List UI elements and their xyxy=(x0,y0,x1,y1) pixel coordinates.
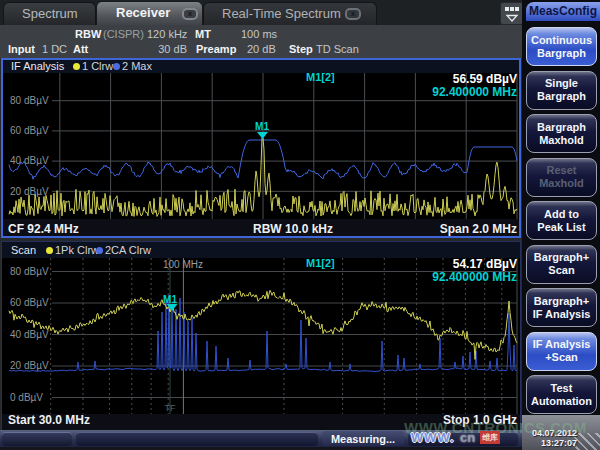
svg-text:20 dBµV: 20 dBµV xyxy=(10,360,49,371)
svg-text:0 dBµV: 0 dBµV xyxy=(10,392,43,403)
svg-text:80 dBµV: 80 dBµV xyxy=(10,95,49,106)
svg-text:40 dBµV: 40 dBµV xyxy=(10,155,49,166)
svg-text:20 dBµV: 20 dBµV xyxy=(10,186,49,197)
svg-text:80 dBµV: 80 dBµV xyxy=(10,266,49,277)
svg-text:M1[2]: M1[2] xyxy=(306,258,335,269)
svg-text:60 dBµV: 60 dBµV xyxy=(10,125,49,136)
svg-text:60 dBµV: 60 dBµV xyxy=(10,297,49,308)
svg-text:M1: M1 xyxy=(163,294,177,305)
svg-text:100 MHz: 100 MHz xyxy=(163,259,203,270)
svg-text:M1[2]: M1[2] xyxy=(306,73,335,83)
svg-text:40 dBµV: 40 dBµV xyxy=(10,329,49,340)
svg-text:M1: M1 xyxy=(255,121,269,132)
svg-text:92.400000 MHz: 92.400000 MHz xyxy=(432,85,517,99)
svg-text:TF: TF xyxy=(165,403,176,413)
svg-text:92.400000 MHz: 92.400000 MHz xyxy=(432,270,517,284)
